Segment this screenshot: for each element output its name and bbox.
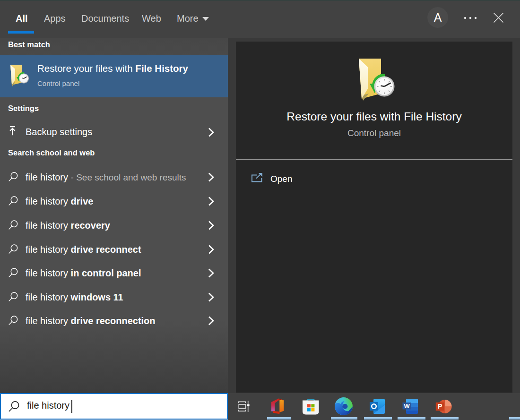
svg-text:P: P xyxy=(438,403,442,410)
svg-text:W: W xyxy=(404,403,410,410)
